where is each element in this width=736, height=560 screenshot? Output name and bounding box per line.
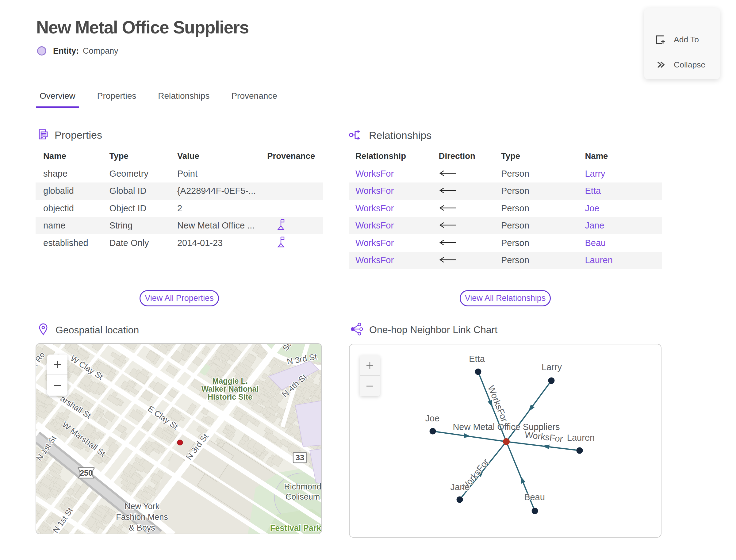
relationship-link[interactable]: WorksFor xyxy=(355,221,394,230)
tab-properties[interactable]: Properties xyxy=(94,91,140,108)
route-shield-250: 250 xyxy=(78,468,94,478)
chart-node-label: Joe xyxy=(425,413,440,423)
chart-node-lauren[interactable] xyxy=(577,447,583,454)
provenance-flag-icon[interactable] xyxy=(276,236,286,250)
property-name: globalid xyxy=(36,182,109,200)
collapse-button[interactable]: Collapse xyxy=(644,54,720,75)
property-type: Object ID xyxy=(109,200,177,217)
relationship-link[interactable]: WorksFor xyxy=(355,255,394,265)
relationship-row-larry: WorksForPersonLarry xyxy=(349,165,662,182)
chart-zoom-in-button[interactable] xyxy=(360,355,380,376)
left-arrow-icon xyxy=(439,204,457,214)
view-all-properties-button[interactable]: View All Properties xyxy=(140,290,219,306)
column-header-relationship: Relationship xyxy=(349,147,439,165)
property-name: shape xyxy=(36,165,109,182)
map-zoom-control xyxy=(47,355,67,396)
left-arrow-icon xyxy=(439,221,457,231)
map-section-title: Geospatial location xyxy=(56,324,139,336)
property-type: String xyxy=(109,217,177,235)
left-arrow-icon xyxy=(439,186,457,196)
relationship-name-link[interactable]: Beau xyxy=(585,238,606,248)
link-chart[interactable]: WorksForWorksForWorksForEttaLarryJoeLaur… xyxy=(349,344,661,538)
chart-center-node[interactable] xyxy=(503,438,510,445)
collapse-label: Collapse xyxy=(674,60,705,70)
chart-node-label: Beau xyxy=(524,492,545,502)
tab-overview[interactable]: Overview xyxy=(36,91,79,108)
left-arrow-icon xyxy=(439,238,457,248)
relationship-type: Person xyxy=(501,165,585,182)
relationship-row-beau: WorksForPersonBeau xyxy=(349,234,662,252)
relationship-link[interactable]: WorksFor xyxy=(355,203,394,213)
relationship-link[interactable]: WorksFor xyxy=(355,186,394,196)
property-value: Point xyxy=(177,165,267,182)
relationship-row-etta: WorksForPersonEtta xyxy=(349,182,662,200)
relationship-direction xyxy=(439,165,501,182)
provenance-flag-icon[interactable] xyxy=(276,219,286,232)
relationship-name-link[interactable]: Lauren xyxy=(585,255,612,265)
route-shield-33: 33 xyxy=(293,452,307,463)
relationships-table: RelationshipDirectionTypeName WorksForPe… xyxy=(349,147,662,269)
chart-node-label: Lauren xyxy=(567,433,595,443)
relationship-link[interactable]: WorksFor xyxy=(355,238,394,248)
map-label: Historic Site xyxy=(208,393,252,401)
properties-section-header: Properties xyxy=(36,128,102,142)
chart-node-etta[interactable] xyxy=(475,369,481,375)
view-all-relationships-button[interactable]: View All Relationships xyxy=(460,290,551,306)
chart-zoom-out-button[interactable] xyxy=(360,376,380,396)
relationship-type: Person xyxy=(501,217,585,235)
column-header-value: Value xyxy=(177,147,267,165)
add-to-button[interactable]: Add To xyxy=(644,29,720,50)
properties-table-header-row: NameTypeValueProvenance xyxy=(36,147,323,165)
property-provenance[interactable] xyxy=(267,217,323,235)
tab-bar: OverviewPropertiesRelationshipsProvenanc… xyxy=(36,91,295,108)
map-section-header: Geospatial location xyxy=(37,323,139,337)
chart-node-joe[interactable] xyxy=(430,428,436,435)
link-chart-section-header: One-hop Neighbor Link Chart xyxy=(350,323,497,337)
map-zoom-in-button[interactable] xyxy=(47,355,67,375)
property-type: Date Only xyxy=(109,234,177,252)
relationship-direction xyxy=(439,182,501,200)
chart-node-jane[interactable] xyxy=(457,497,463,503)
relationships-section-header: Relationships xyxy=(349,128,431,142)
property-provenance[interactable] xyxy=(267,234,323,252)
action-panel: Add To Collapse xyxy=(644,8,720,79)
map-label: Fashion Mens xyxy=(116,512,168,522)
properties-section-title: Properties xyxy=(55,129,102,141)
add-to-label: Add To xyxy=(674,35,699,44)
tab-provenance[interactable]: Provenance xyxy=(228,91,281,108)
relationship-direction xyxy=(439,217,501,235)
property-row-shape: shapeGeometryPoint xyxy=(36,165,323,182)
chart-center-label: New Metal Office Suppliers xyxy=(453,422,560,432)
relationship-link[interactable]: WorksFor xyxy=(355,169,394,178)
property-provenance xyxy=(267,200,323,217)
tab-relationships[interactable]: Relationships xyxy=(154,91,213,108)
link-chart-canvas: WorksForWorksForWorksForEttaLarryJoeLaur… xyxy=(350,344,661,538)
chart-node-larry[interactable] xyxy=(548,378,555,384)
map-label: Coliseum xyxy=(286,492,320,501)
relationship-name-link[interactable]: Larry xyxy=(585,169,605,178)
map-marker xyxy=(177,440,183,445)
map-zoom-out-button[interactable] xyxy=(47,375,67,396)
map-label: Maggie L. xyxy=(212,377,247,385)
map-label: Richmond xyxy=(284,482,321,491)
chart-node-beau[interactable] xyxy=(532,508,538,514)
entity-value: Company xyxy=(83,46,118,56)
chart-node-label: Jane xyxy=(450,482,470,492)
entity-label: Entity: xyxy=(53,46,79,56)
column-header-name: Name xyxy=(36,147,109,165)
map-label: Festival Park xyxy=(270,524,322,533)
relationship-row-lauren: WorksForPersonLauren xyxy=(349,252,662,269)
entity-type-dot xyxy=(37,46,46,56)
property-value: {A228944F-0EF5-... xyxy=(177,182,267,200)
relationship-name-link[interactable]: Etta xyxy=(585,186,601,196)
property-row-established: establishedDate Only2014-01-23 xyxy=(36,234,323,252)
property-row-name: nameStringNew Metal Office ... xyxy=(36,217,323,235)
relationships-icon xyxy=(349,128,363,142)
property-name: established xyxy=(36,234,109,252)
property-provenance xyxy=(267,165,323,182)
relationship-direction xyxy=(439,252,501,269)
relationship-name-link[interactable]: Joe xyxy=(585,203,599,213)
properties-table: NameTypeValueProvenance shapeGeometryPoi… xyxy=(36,147,323,252)
geospatial-map[interactable]: k RoW Clay StSaarshall StW Marshall StE … xyxy=(36,343,322,534)
relationship-name-link[interactable]: Jane xyxy=(585,221,604,230)
